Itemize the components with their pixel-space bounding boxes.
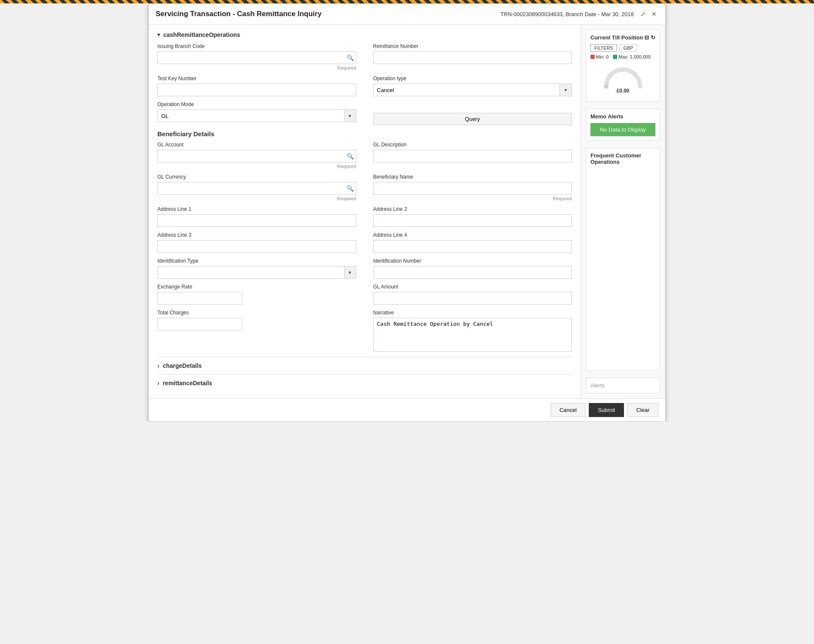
clear-button[interactable]: Clear [627, 403, 658, 417]
beneficiary-name-field: Beneficiary Name Required [373, 174, 572, 201]
address-line-4-label: Address Line 4 [373, 232, 572, 238]
beneficiary-name-input[interactable] [373, 182, 572, 195]
remittance-number-input[interactable] [373, 51, 572, 64]
exchange-rate-input[interactable] [157, 292, 242, 305]
refresh-icon[interactable]: ↻ [651, 34, 655, 41]
alerts-title: Alerts [590, 382, 655, 389]
gl-amount-field: GL Amount [373, 284, 572, 305]
query-button[interactable]: Query [373, 113, 572, 125]
narrative-label: Narrative [373, 310, 572, 316]
gl-account-field: GL Account 🔍 Required [157, 142, 356, 169]
identification-number-input[interactable] [373, 266, 572, 279]
identification-type-select[interactable]: Passport ID Card [157, 266, 344, 279]
gauge-container: £0.00 [590, 62, 655, 97]
address-line-3-input[interactable] [157, 240, 356, 253]
filters-tag[interactable]: FILTERS [590, 44, 617, 52]
legend-max-dot [613, 55, 617, 59]
identification-type-select-wrapper: Passport ID Card ▾ [157, 266, 356, 279]
address-line-2-label: Address Line 2 [373, 206, 572, 212]
window-title: Servicing Transaction - Cash Remittance … [156, 10, 322, 18]
form-area: ▾ cashRemittanceOperations Issuing Branc… [149, 25, 580, 398]
remittance-number-field: Remittance Number [373, 43, 572, 70]
memo-alerts-title: Memo Alerts [590, 113, 655, 120]
address-line-2-input[interactable] [373, 214, 572, 227]
narrative-textarea[interactable] [373, 318, 572, 352]
cash-remittance-section-header[interactable]: ▾ cashRemittanceOperations [157, 31, 572, 38]
gl-description-label: GL Description [373, 142, 572, 148]
gl-account-required: Required [157, 164, 356, 169]
operation-mode-label: Operation Mode [157, 101, 356, 107]
cancel-button[interactable]: Cancel [551, 403, 585, 417]
gl-account-search-icon[interactable]: 🔍 [347, 153, 354, 160]
remittance-details-chevron-icon: › [157, 380, 159, 386]
till-position-title: Current Till Position [590, 34, 643, 41]
charge-details-header[interactable]: › chargeDetails [157, 362, 572, 369]
legend: Min: 0 Max: 1,000,000 [590, 54, 655, 59]
operation-mode-select[interactable]: GL Account [157, 109, 344, 122]
transaction-info: TRN-0002308900034633, Branch Date - Mar … [501, 11, 634, 17]
gauge-svg [602, 65, 644, 89]
identification-type-field: Identification Type Passport ID Card ▾ [157, 258, 356, 279]
gl-amount-input[interactable] [373, 292, 572, 305]
issuing-branch-code-search-icon[interactable]: 🔍 [347, 54, 354, 61]
operation-type-dropdown-icon[interactable]: ▾ [560, 84, 572, 96]
legend-min: Min: 0 [590, 54, 609, 59]
till-position-icons: ⊟ ↻ [644, 34, 655, 41]
sidebar: Current Till Position ⊟ ↻ FILTERS GBP Mi… [580, 25, 665, 398]
total-charges-input[interactable] [157, 318, 242, 330]
operation-mode-field: Operation Mode GL Account ▾ [157, 101, 356, 125]
frequent-ops-section: Frequent Customer Operations [586, 148, 660, 371]
operation-type-select-wrapper: Cancel Issue Refund ▾ [373, 84, 572, 96]
charge-details-chevron-icon: › [157, 362, 159, 369]
till-position-title-row: Current Till Position ⊟ ↻ [590, 34, 655, 41]
legend-max: Max: 1,000,000 [613, 54, 651, 59]
gl-currency-required: Required [157, 196, 356, 201]
alerts-section: Alerts [586, 378, 660, 393]
address-line-2-field: Address Line 2 [373, 206, 572, 227]
identification-type-label: Identification Type [157, 258, 356, 264]
operation-type-select[interactable]: Cancel Issue Refund [373, 84, 560, 96]
gl-currency-search-icon[interactable]: 🔍 [347, 185, 354, 192]
submit-button[interactable]: Submit [589, 403, 624, 417]
address-line-4-input[interactable] [373, 240, 572, 253]
operation-type-label: Operation type [373, 76, 572, 81]
title-bar: Servicing Transaction - Cash Remittance … [149, 4, 665, 25]
address-line-3-label: Address Line 3 [157, 232, 356, 238]
issuing-branch-code-input[interactable] [157, 51, 356, 64]
gl-currency-input[interactable] [157, 182, 356, 195]
legend-max-label: Max: 1,000,000 [618, 54, 651, 59]
exchange-rate-field: Exchange Rate [157, 284, 356, 305]
identification-type-dropdown-icon[interactable]: ▾ [344, 266, 356, 279]
beneficiary-name-label: Beneficiary Name [373, 174, 572, 180]
beneficiary-name-required: Required [373, 196, 572, 201]
legend-min-label: Min: 0 [596, 54, 609, 59]
issuing-branch-code-field: Issuing Branch Code 🔍 Required [157, 43, 356, 70]
gl-account-input[interactable] [157, 150, 356, 162]
address-line-4-field: Address Line 4 [373, 232, 572, 253]
gl-description-input[interactable] [373, 150, 572, 162]
operation-type-field: Operation type Cancel Issue Refund ▾ [373, 76, 572, 96]
issuing-branch-code-label: Issuing Branch Code [157, 43, 356, 49]
filter-icon[interactable]: ⊟ [644, 34, 649, 41]
address-line-1-input[interactable] [157, 214, 356, 227]
test-key-number-input[interactable] [157, 84, 356, 96]
close-icon[interactable]: ✕ [650, 10, 658, 18]
expand-icon[interactable]: ⤢ [639, 10, 647, 18]
chevron-down-icon: ▾ [157, 32, 160, 38]
gl-currency-field: GL Currency 🔍 Required [157, 174, 356, 201]
till-position-section: Current Till Position ⊟ ↻ FILTERS GBP Mi… [586, 30, 660, 102]
currency-tag[interactable]: GBP [619, 44, 637, 52]
operation-mode-dropdown-icon[interactable]: ▾ [344, 109, 356, 122]
identification-number-field: Identification Number [373, 258, 572, 279]
test-key-number-field: Test Key Number [157, 76, 356, 96]
charge-details-label: chargeDetails [163, 362, 202, 369]
identification-number-label: Identification Number [373, 258, 572, 264]
exchange-rate-label: Exchange Rate [157, 284, 356, 290]
remittance-details-header[interactable]: › remittanceDetails [157, 380, 572, 386]
footer: Cancel Submit Clear [149, 398, 665, 421]
frequent-ops-title: Frequent Customer Operations [590, 152, 655, 165]
charge-details-section: › chargeDetails [157, 357, 572, 374]
memo-alerts-section: Memo Alerts No Data to Display [586, 109, 660, 141]
operation-mode-select-wrapper: GL Account ▾ [157, 109, 356, 122]
gl-currency-input-wrapper: 🔍 [157, 182, 356, 195]
